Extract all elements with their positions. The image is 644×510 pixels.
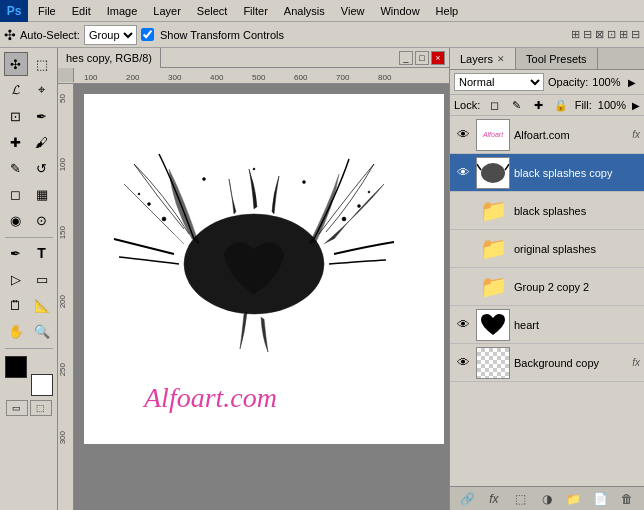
path-tool[interactable]: ▷ <box>4 267 28 291</box>
new-layer-btn[interactable]: 📄 <box>590 490 610 508</box>
opacity-value: 100% <box>592 76 624 88</box>
lasso-tool[interactable]: 𝓛 <box>4 78 28 102</box>
layers-list: 👁AlfoartAlfoart.comfx👁black splashes cop… <box>450 116 644 486</box>
background-color[interactable] <box>31 374 53 396</box>
quick-mask-btn[interactable]: ⬚ <box>30 400 52 416</box>
menu-item-filter[interactable]: Filter <box>235 3 275 19</box>
layer-item-2[interactable]: 📁black splashes <box>450 192 644 230</box>
layers-panel: Layers ✕ Tool Presets Normal Multiply Sc… <box>449 48 644 510</box>
canvas-with-ruler: 100200300400500600700800 501001502002503… <box>58 68 449 510</box>
text-tool[interactable]: T <box>30 241 54 265</box>
minimize-btn[interactable]: _ <box>399 51 413 65</box>
layer-name-5: heart <box>514 319 640 331</box>
fill-label: Fill: <box>575 99 592 111</box>
layer-item-1[interactable]: 👁black splashes copy <box>450 154 644 192</box>
ruler-h-mark-700: 700 <box>336 73 349 82</box>
gradient-tool[interactable]: ▦ <box>30 182 54 206</box>
layer-thumb-4: 📁 <box>476 271 510 303</box>
crop-tool[interactable]: ⊡ <box>4 104 28 128</box>
canvas-tab[interactable]: hes copy, RGB/8) <box>58 48 161 68</box>
lock-image-btn[interactable]: ✎ <box>508 97 524 113</box>
lock-label: Lock: <box>454 99 480 111</box>
layer-name-4: Group 2 copy 2 <box>514 281 640 293</box>
svg-point-1 <box>162 217 166 221</box>
shape-tool[interactable]: ▭ <box>30 267 54 291</box>
eraser-tool[interactable]: ◻ <box>4 182 28 206</box>
lock-transparent-btn[interactable]: ◻ <box>486 97 502 113</box>
add-mask-btn[interactable]: ⬚ <box>510 490 530 508</box>
svg-point-8 <box>303 181 306 184</box>
brush-tool[interactable]: 🖌 <box>30 130 54 154</box>
new-folder-btn[interactable]: 📁 <box>564 490 584 508</box>
clone-tool[interactable]: ✎ <box>4 156 28 180</box>
lock-position-btn[interactable]: ✚ <box>530 97 546 113</box>
menu-item-edit[interactable]: Edit <box>64 3 99 19</box>
layer-eye-6[interactable]: 👁 <box>454 354 472 372</box>
menu-item-select[interactable]: Select <box>189 3 236 19</box>
menu-item-image[interactable]: Image <box>99 3 146 19</box>
hand-tool[interactable]: ✋ <box>4 319 28 343</box>
blend-mode-select[interactable]: Normal Multiply Screen <box>454 73 544 91</box>
pen-tool[interactable]: ✒ <box>4 241 28 265</box>
foreground-color[interactable] <box>5 356 27 378</box>
ruler-h-mark-500: 500 <box>252 73 265 82</box>
fill-arrow[interactable]: ▶ <box>632 100 640 111</box>
layers-bottom-toolbar: 🔗 fx ⬚ ◑ 📁 📄 🗑 <box>450 486 644 510</box>
svg-point-2 <box>148 203 151 206</box>
layer-item-4[interactable]: 📁Group 2 copy 2 <box>450 268 644 306</box>
ruler-h-mark-600: 600 <box>294 73 307 82</box>
menu-item-window[interactable]: Window <box>372 3 427 19</box>
layer-item-5[interactable]: 👁heart <box>450 306 644 344</box>
menu-bar: Ps FileEditImageLayerSelectFilterAnalysi… <box>0 0 644 22</box>
splash-art <box>104 124 404 374</box>
layer-eye-2[interactable] <box>454 202 472 220</box>
maximize-btn[interactable]: □ <box>415 51 429 65</box>
zoom-tool[interactable]: 🔍 <box>30 319 54 343</box>
align-icons: ⊞ ⊟ ⊠ ⊡ ⊞ ⊟ <box>571 28 640 41</box>
ruler-h-mark-400: 400 <box>210 73 223 82</box>
layers-tab[interactable]: Layers ✕ <box>450 48 516 69</box>
layer-eye-4[interactable] <box>454 278 472 296</box>
marquee-tool[interactable]: ⬚ <box>30 52 54 76</box>
notes-tool[interactable]: 🗒 <box>4 293 28 317</box>
move-tool[interactable]: ✣ <box>4 52 28 76</box>
folder-icon-4: 📁 <box>480 274 507 300</box>
opacity-arrow[interactable]: ▶ <box>628 77 636 88</box>
canvas-scroll[interactable]: Alfoart.com <box>74 84 449 510</box>
close-btn[interactable]: × <box>431 51 445 65</box>
menu-item-analysis[interactable]: Analysis <box>276 3 333 19</box>
tool-presets-tab[interactable]: Tool Presets <box>516 48 598 69</box>
add-adjustment-btn[interactable]: ◑ <box>537 490 557 508</box>
layer-eye-3[interactable] <box>454 240 472 258</box>
menu-item-view[interactable]: View <box>333 3 373 19</box>
fill-value: 100% <box>598 99 626 111</box>
layer-eye-1[interactable]: 👁 <box>454 164 472 182</box>
measure-tool[interactable]: 📐 <box>30 293 54 317</box>
layer-eye-0[interactable]: 👁 <box>454 126 472 144</box>
heal-tool[interactable]: ✚ <box>4 130 28 154</box>
eyedropper-tool[interactable]: ✒ <box>30 104 54 128</box>
history-tool[interactable]: ↺ <box>30 156 54 180</box>
blur-tool[interactable]: ◉ <box>4 208 28 232</box>
add-fx-btn[interactable]: fx <box>484 490 504 508</box>
layers-tab-close[interactable]: ✕ <box>497 54 505 64</box>
link-layers-btn[interactable]: 🔗 <box>457 490 477 508</box>
layer-item-3[interactable]: 📁original splashes <box>450 230 644 268</box>
layer-eye-5[interactable]: 👁 <box>454 316 472 334</box>
delete-layer-btn[interactable]: 🗑 <box>617 490 637 508</box>
lock-all-btn[interactable]: 🔒 <box>553 97 569 113</box>
quick-select-tool[interactable]: ⌖ <box>30 78 54 102</box>
layer-name-2: black splashes <box>514 205 640 217</box>
dodge-tool[interactable]: ⊙ <box>30 208 54 232</box>
auto-select-dropdown[interactable]: Group Layer <box>84 25 137 45</box>
show-transform-checkbox[interactable] <box>141 28 154 41</box>
menu-item-help[interactable]: Help <box>428 3 467 19</box>
menu-item-layer[interactable]: Layer <box>145 3 189 19</box>
menu-item-file[interactable]: File <box>30 3 64 19</box>
standard-mode-btn[interactable]: ▭ <box>6 400 28 416</box>
layer-item-6[interactable]: 👁Background copyfx <box>450 344 644 382</box>
ruler-v-mark-300: 300 <box>58 431 73 444</box>
ruler-h-mark-800: 800 <box>378 73 391 82</box>
folder-icon-2: 📁 <box>480 198 507 224</box>
layer-item-0[interactable]: 👁AlfoartAlfoart.comfx <box>450 116 644 154</box>
